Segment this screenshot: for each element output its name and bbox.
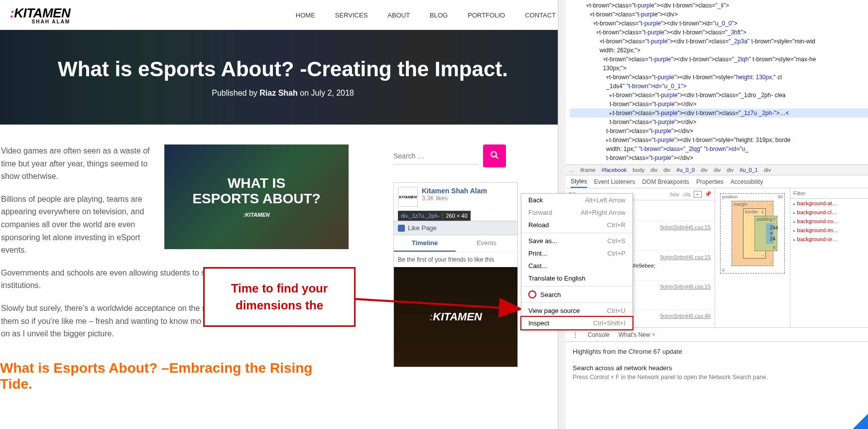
inspect-tooltip: div._1z7u._2ph- 260 × 40 [398,211,471,221]
tab-accessibility[interactable]: Accessibility [731,178,763,185]
tab-dom-breakpoints[interactable]: DOM Breakpoints [642,178,689,185]
hero-banner: What is eSports About? -Creating the Imp… [0,30,566,125]
fb-like-button[interactable]: Like Page [394,221,517,235]
dom-node[interactable]: ▸t-brown">class="t-purple"><div t-brown"… [570,109,868,118]
dom-node[interactable]: ▾t-brown">class="t-purple"><div> [570,10,868,19]
crumb-item[interactable]: #u_0_0 [676,167,695,173]
website-viewport: KITAMEN SHAH ALAM HOME SERVICES ABOUT BL… [0,0,566,429]
dom-node[interactable]: t-brown">class="t-purple"></div> [570,127,868,136]
dom-node[interactable]: ▸t-brown">class="t-purple"><div t-brown"… [570,91,868,100]
fb-tab-timeline[interactable]: Timeline [394,235,456,252]
tab-event-listeners[interactable]: Event Listeners [594,178,635,185]
dom-node[interactable]: ▾t-brown">class="t-purple"><div t-brown"… [570,28,868,37]
dom-node[interactable]: _1ds4" "t-brown">id="u_0_1"> [570,82,868,91]
crumb-item[interactable]: div [714,167,721,173]
drawer-title: Highlights from the Chrome 67 update [573,348,861,355]
dom-node[interactable]: t-brown">class="t-purple"></div> [570,153,868,162]
drawer-menu-icon[interactable]: ⋮ [572,331,579,339]
computed-property[interactable]: background-cl… [790,208,868,217]
fb-post-image[interactable]: KITAMEN [394,267,517,367]
dom-node[interactable]: ▾t-brown">class="t-purple"><div t-brown"… [570,55,868,64]
search-input[interactable] [393,148,478,164]
ctx-forward: ForwardAlt+Right Arrow [521,206,632,219]
crumb-item[interactable]: div [663,167,670,173]
computed-property[interactable]: background-im… [790,226,868,235]
ctx-save-as-[interactable]: Save as...Ctrl+S [521,235,632,247]
hov-toggle[interactable]: :hov [669,191,679,197]
main-nav: HOME SERVICES ABOUT BLOG PORTFOLIO CONTA… [296,11,556,19]
dom-node[interactable]: 130px;"> [570,64,868,73]
ctx-translate-to-english[interactable]: Translate to English [521,272,632,285]
crumb-item[interactable]: div [727,167,734,173]
fb-like-count: 3.3K likes [422,195,487,202]
nav-blog[interactable]: BLOG [430,11,448,19]
dom-node[interactable]: ▾t-brown">class="t-purple"><div t-brown"… [570,19,868,28]
nav-contact[interactable]: CONTACT [525,11,556,19]
section-heading: What is Esports About? –Embracing the Ri… [0,360,349,392]
crumb-item[interactable]: iframe [580,167,596,173]
ctx-view-page-source[interactable]: View page sourceCtrl+U [521,304,632,317]
crumb-item[interactable]: div [701,167,708,173]
computed-filter-input[interactable] [790,188,868,199]
ctx-back[interactable]: BackAlt+Left Arrow [521,194,632,206]
dom-node[interactable]: width: 1px;" "t-brown">class="_2lqg" "t-… [570,144,868,153]
site-logo[interactable]: KITAMEN SHAH ALAM [10,5,70,24]
byline: Published by Riaz Shah on July 2, 2018 [212,89,354,98]
search-button[interactable] [483,144,506,167]
thumb-icon [398,225,405,232]
computed-property[interactable]: background-or… [790,235,868,244]
site-header: KITAMEN SHAH ALAM HOME SERVICES ABOUT BL… [0,0,566,30]
ctx-search[interactable]: Search [521,288,632,301]
ctx-print-[interactable]: Print...Ctrl+P [521,247,632,260]
dom-node[interactable]: ▸t-brown">class="t-purple"><div t-brown"… [570,136,868,144]
context-menu: BackAlt+Left ArrowForwardAlt+Right Arrow… [521,193,633,330]
dom-node[interactable]: ▾t-brown">class="t-purple"><div t-brown"… [570,73,868,82]
resize-corner-icon[interactable] [853,414,868,429]
tab-styles[interactable]: Styles [571,178,587,188]
dom-node[interactable]: width: 262px;"> [570,46,868,55]
tab-whats-new[interactable]: What's New [619,331,655,338]
nav-portfolio[interactable]: PORTFOLIO [468,11,505,19]
annotation-callout: Time to find your dimensions the [203,267,356,327]
crumb-item[interactable]: … [569,167,574,173]
box-model[interactable]: position 90 margin - border 1 padding 7 … [715,188,790,327]
tab-console[interactable]: Console [588,331,610,338]
elements-tree[interactable]: ▾t-brown">class="t-purple"><div t-brown"… [566,0,868,164]
new-rule-button[interactable]: + [694,191,702,198]
fb-tab-events[interactable]: Events [456,235,517,252]
computed-property[interactable]: background-at… [790,199,868,208]
nav-about[interactable]: ABOUT [387,11,410,19]
nav-services[interactable]: SERVICES [335,11,368,19]
computed-pane[interactable]: background-at…background-cl…background-c… [790,188,868,327]
facebook-widget: KITAMEN Kitamen Shah Alam 3.3K likes div… [393,182,518,367]
dom-node[interactable]: t-brown">class="t-purple"></div> [570,118,868,127]
crumb-item[interactable]: div [764,167,771,173]
pin-icon[interactable]: 📌 [705,191,712,197]
ctx-inspect[interactable]: InspectCtrl+Shift+I [520,316,633,330]
crumb-item[interactable]: #u_0_1 [740,167,758,173]
drawer-subtext: Press Control + F in the Network panel t… [573,374,861,381]
pinterest-icon [528,290,536,298]
author-link[interactable]: Riaz Shah [259,89,297,97]
dom-node[interactable]: ▾t-brown">class="t-purple"><div t-brown"… [570,37,868,46]
nav-home[interactable]: HOME [296,11,315,19]
tab-properties[interactable]: Properties [696,178,724,185]
computed-property[interactable]: background-co… [790,217,868,226]
cls-toggle[interactable]: .cls [682,191,691,197]
drawer-body: Highlights from the Chrome 67 update Sea… [566,342,868,387]
dom-node[interactable]: ▾t-brown">class="t-purple"><div t-brown"… [570,1,868,10]
fb-page-name[interactable]: Kitamen Shah Alam [422,187,487,195]
svg-point-0 [491,151,496,157]
crumb-item[interactable]: #facebook [602,167,627,173]
sidebar: KITAMEN Kitamen Shah Alam 3.3K likes div… [393,144,518,392]
ctx-cast-[interactable]: Cast... [521,260,632,272]
breadcrumb[interactable]: …iframe#facebookbodydivdiv#u_0_0divdivdi… [566,164,868,175]
svg-line-1 [496,156,498,158]
styles-tabs: Styles Event Listeners DOM Breakpoints P… [566,175,868,188]
ctx-reload[interactable]: ReloadCtrl+R [521,219,632,231]
dom-node[interactable]: t-brown">class="t-purple"></div> [570,100,868,109]
crumb-item[interactable]: body [632,167,644,173]
featured-image: WHAT IS ESPORTS ABOUT? :KITAMEN [164,144,349,249]
crumb-item[interactable]: div [650,167,657,173]
fb-page-logo[interactable]: KITAMEN [398,187,418,207]
